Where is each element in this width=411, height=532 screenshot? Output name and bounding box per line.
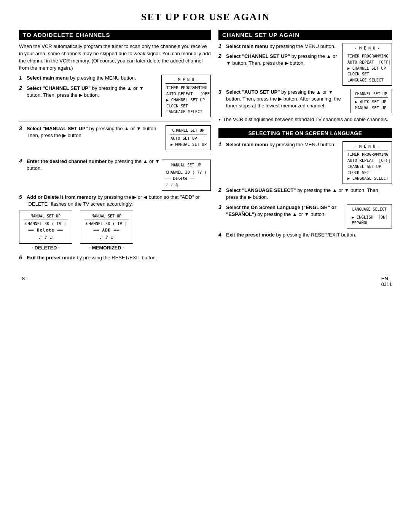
step-5-number: 5 (19, 194, 25, 200)
channel-bullet-text: The VCR distinguishes between standard T… (223, 116, 388, 123)
step-3-text: Select "MANUAL SET UP" by pressing the ▲… (27, 125, 162, 139)
r-menu-item-manual: MANUAL SET UP (354, 105, 388, 111)
screen-channel-line: CHANNEL 30 ( TV ) (166, 169, 207, 176)
add-delete-channels-header: TO ADD/DELETE CHANNELS (19, 30, 211, 40)
channel-bullet: The VCR distinguishes between standard T… (218, 116, 392, 123)
r-step-1-content: 1 Select main menu by pressing the MENU … (218, 43, 339, 70)
lang-menu-1-title: - M E N U - (347, 144, 388, 150)
step-1-row: 1 Select main menu by pressing the MENU … (19, 75, 158, 81)
footer-lang: EN (381, 276, 388, 281)
step-1-number: 1 (19, 75, 25, 81)
deleted-box-title: MANUAL SET UP (23, 213, 68, 220)
step-2-number: 2 (19, 85, 25, 91)
step-4-text: Enter the desired channel number by pres… (27, 158, 162, 172)
step-1-text: Select main menu by pressing the MENU bu… (27, 75, 158, 81)
menu-box-1: - M E N U - TIMER PROGRAMMING AUTO REPEA… (161, 75, 211, 117)
lang-menu-item-lang: LANGUAGE SELECT (347, 176, 388, 182)
r-step-1-number: 1 (218, 43, 225, 49)
language-header-text: SELECTING THE ON SCREEN LANGUAGE (248, 130, 362, 136)
r-step-3-content: 3 Select "AUTO SET UP" by pressing the ▲… (218, 89, 347, 113)
step-6-number: 6 (19, 254, 25, 260)
r-menu-box-1-title: - M E N U - (347, 45, 388, 52)
lang-step-3-content: 3 Select the On Screen Language ("ENGLIS… (218, 204, 344, 221)
page-title: SET UP FOR USE AGAIN (19, 11, 392, 23)
r-step-1-row: 1 Select main menu by pressing the MENU … (218, 43, 339, 50)
deleted-box: MANUAL SET UP CHANNEL 30 ( TV ) ══ Delet… (19, 211, 72, 244)
step-4-left: 4 Enter the desired channel number by pr… (19, 158, 211, 191)
menu-item-auto-setup: AUTO SET UP (170, 136, 207, 142)
step-3-left: 3 Select "MANUAL SET UP" by pressing the… (19, 125, 211, 150)
footer-page-number: - 8 - (19, 276, 28, 287)
step-3-number: 3 (19, 125, 25, 131)
menu-box-2-title: CHANNEL SET UP (170, 128, 207, 134)
memorized-box-icons: ♪ ♪ ♫ (84, 234, 129, 241)
r-step-2-row: 2 Select "CHANNEL SET UP" by pressing th… (218, 53, 339, 67)
footer-right: EN 0J11 (381, 276, 392, 287)
lang-step-3: 3 Select the On Screen Language ("ENGLIS… (218, 204, 392, 229)
r-step-3-text: Select "AUTO SET UP" by pressing the ▲ o… (226, 89, 347, 110)
deleted-box-label: ══ Delete ══ (23, 227, 68, 234)
step-4-content: 4 Enter the desired channel number by pr… (19, 158, 162, 175)
step-6-text: Exit the preset mode by pressing the RES… (27, 254, 211, 261)
menu-box-2: CHANNEL SET UP AUTO SET UP MANUAL SET UP (166, 125, 211, 150)
step-6-row: 6 Exit the preset mode by pressing the R… (19, 254, 211, 261)
screen-title-manual: MANUAL SET UP (166, 162, 207, 168)
lang-menu-item-timer: TIMER PROGRAMMING (347, 152, 388, 158)
lang-menu-item-clock: CLOCK SET (347, 170, 388, 176)
r-menu-box-1: - M E N U - TIMER PROGRAMMING AUTO REPEA… (342, 43, 392, 86)
r-menu-item-channel: CHANNEL SET UP (347, 66, 388, 72)
r-menu-item-timer: TIMER PROGRAMMING (347, 53, 388, 59)
lang-step-2-number: 2 (218, 187, 225, 193)
deleted-box-icons: ♪ ♪ ♫ (23, 234, 68, 241)
deleted-caption: - DELETED - (19, 245, 72, 251)
r-menu-item-auto-repeat: AUTO REPEAT [OFF] (347, 59, 388, 66)
r-menu-item-clock: CLOCK SET (347, 71, 388, 77)
right-column: CHANNEL SET UP AGAIN 1 Select main menu … (218, 30, 392, 264)
step-3-content: 3 Select "MANUAL SET UP" by pressing the… (19, 125, 162, 142)
lang-menu-espanol: ESPAÑOL (351, 220, 388, 226)
r-step-3-number: 3 (218, 89, 225, 95)
r-menu-box-2: CHANNEL SET UP AUTO SET UP MANUAL SET UP (350, 89, 392, 113)
divider-1 (19, 121, 211, 121)
lang-step-1-row: 1 Select main menu by pressing the MENU … (218, 141, 339, 148)
lang-step-3-row: 3 Select the On Screen Language ("ENGLIS… (218, 204, 344, 218)
delete-add-screens: MANUAL SET UP CHANNEL 30 ( TV ) ══ Delet… (19, 211, 211, 244)
lang-step-1: 1 Select main menu by pressing the MENU … (218, 141, 392, 184)
lang-step-3-text: Select the On Screen Language ("ENGLISH"… (226, 204, 344, 218)
step-5-text: Add or Delete it from memory by pressing… (27, 194, 211, 208)
channel-setup-again-header: CHANNEL SET UP AGAIN (218, 30, 392, 40)
deleted-box-channel: CHANNEL 30 ( TV ) (23, 220, 68, 227)
r-menu-item-auto: AUTO SET UP (354, 99, 388, 105)
r-menu-item-lang: LANGUAGE SELECT (347, 77, 388, 83)
footer-code: 0J11 (381, 281, 392, 287)
r-menu-box-2-title: CHANNEL SET UP (354, 91, 388, 98)
language-header: SELECTING THE ON SCREEN LANGUAGE (218, 128, 392, 138)
menu-item-auto-repeat: AUTO REPEAT [OFF] (166, 91, 207, 97)
menu-item-manual-setup: MANUAL SET UP (170, 142, 207, 148)
lang-step-4-row: 4 Exit the preset mode by pressing the R… (218, 232, 392, 238)
r-step-1: 1 Select main menu by pressing the MENU … (218, 43, 392, 86)
step-4-number: 4 (19, 158, 25, 164)
lang-step-2-text: Select "LANGUAGE SELECT" by pressing the… (226, 187, 392, 201)
menu-box-1-title: - M E N U - (166, 77, 207, 84)
step-5-row: 5 Add or Delete it from memory by pressi… (19, 194, 211, 208)
lang-menu-2-title: LANGUAGE SELECT (351, 206, 388, 213)
menu-item-timer: TIMER PROGRAMMING (166, 85, 207, 91)
menu-item-clock: CLOCK SET (166, 103, 207, 109)
lang-menu-box-1: - M E N U - TIMER PROGRAMMING AUTO REPEA… (342, 141, 392, 184)
lang-step-1-content: 1 Select main menu by pressing the MENU … (218, 141, 339, 151)
lang-step-4-text: Exit the preset mode by pressing the RES… (226, 232, 392, 238)
lang-step-1-text: Select main menu by pressing the MENU bu… (226, 141, 339, 148)
menu-item-lang: LANGUAGE SELECT (166, 109, 207, 115)
step-1-content: 1 Select main menu by pressing the MENU … (19, 75, 158, 102)
step-2-row: 2 Select "CHANNEL SET UP" by pressing th… (19, 85, 158, 99)
memorized-caption: - MEMORIZED - (80, 245, 133, 251)
r-step-3-row: 3 Select "AUTO SET UP" by pressing the ▲… (218, 89, 347, 110)
r-step-1-text: Select main menu by pressing the MENU bu… (226, 43, 339, 50)
left-column: TO ADD/DELETE CHANNELS When the VCR auto… (19, 30, 211, 264)
screen-delete-line: ══ Delete ══ (166, 175, 207, 182)
lang-step-4-number: 4 (218, 232, 225, 238)
screen-icons-line: ♪ ♪ ♫ (166, 182, 207, 188)
memorized-box-title: MANUAL SET UP (84, 213, 129, 220)
step-2-text: Select "CHANNEL SET UP" by pressing the … (27, 85, 158, 99)
